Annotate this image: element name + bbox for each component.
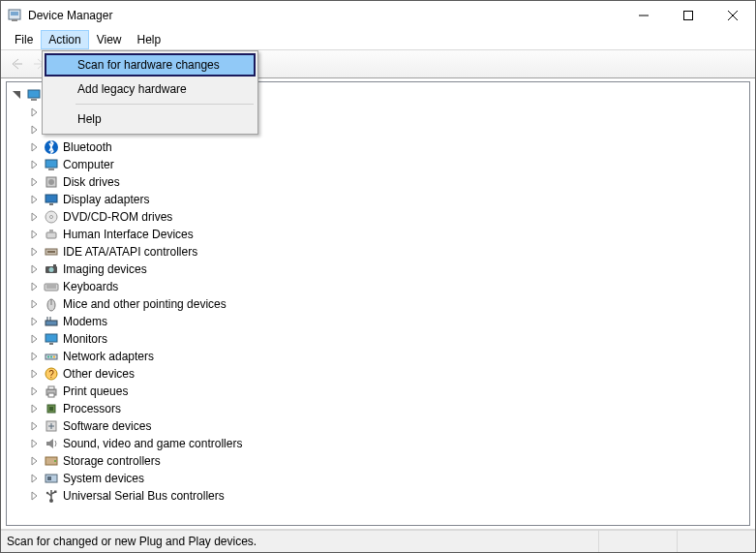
tree-node-label[interactable]: Print queues	[61, 384, 130, 398]
tree-node[interactable]: Display adapters	[9, 191, 747, 208]
tree-node-label[interactable]: Mice and other pointing devices	[61, 297, 228, 311]
tree-node-label[interactable]: Universal Serial Bus controllers	[61, 489, 227, 503]
status-text: Scan for changed or new Plug and Play de…	[7, 535, 257, 548]
tree-node[interactable]: Universal Serial Bus controllers	[9, 487, 747, 505]
tree-node-label[interactable]: Storage controllers	[61, 454, 163, 468]
tree-node-label[interactable]: Display adapters	[61, 193, 151, 206]
expander-icon[interactable]	[26, 279, 42, 294]
expander-icon[interactable]	[26, 418, 42, 434]
tree-node-label[interactable]: Sound, video and game controllers	[61, 437, 244, 450]
menu-item-help[interactable]: Help	[45, 108, 256, 131]
tree-node[interactable]: Keyboards	[9, 278, 747, 295]
tree-node-label[interactable]: Software devices	[61, 419, 153, 433]
expander-icon[interactable]	[26, 453, 42, 469]
software-icon	[44, 418, 59, 434]
tree-node-label[interactable]: Computer	[61, 158, 116, 171]
expander-icon[interactable]	[26, 471, 42, 486]
svg-rect-48	[49, 407, 53, 411]
expander-icon[interactable]	[26, 384, 42, 399]
expander-icon[interactable]	[26, 227, 42, 242]
expander-icon[interactable]	[26, 401, 42, 416]
tree-node[interactable]: Disk drives	[9, 173, 747, 191]
tree-node[interactable]: Human Interface Devices	[9, 226, 747, 243]
tree-node[interactable]: Print queues	[9, 383, 747, 400]
tree-node[interactable]: Modems	[9, 313, 747, 330]
svg-rect-37	[49, 343, 53, 345]
expander-icon[interactable]	[26, 436, 42, 451]
tree-node[interactable]: Mice and other pointing devices	[9, 295, 747, 313]
expander-icon[interactable]	[26, 174, 42, 190]
expander-icon[interactable]	[26, 192, 42, 207]
menu-view[interactable]: View	[89, 30, 130, 49]
tree-node[interactable]: Network adapters	[9, 348, 747, 365]
tree-node-label[interactable]: Monitors	[61, 332, 109, 346]
tree-node-label[interactable]: Modems	[61, 315, 109, 328]
sound-icon	[44, 436, 59, 451]
tree-node[interactable]: System devices	[9, 470, 747, 487]
svg-text:?: ?	[48, 369, 54, 380]
menu-item-add-legacy-hardware[interactable]: Add legacy hardware	[45, 77, 256, 101]
svg-point-39	[47, 356, 49, 358]
minimize-button[interactable]	[621, 1, 666, 30]
expander-icon[interactable]	[26, 244, 42, 260]
svg-rect-46	[48, 393, 54, 397]
tree-node[interactable]: Bluetooth	[9, 138, 747, 156]
tree-node[interactable]: Storage controllers	[9, 452, 747, 470]
tree-node[interactable]: Computer	[9, 156, 747, 173]
menu-action[interactable]: Action	[41, 30, 88, 49]
tree-node-label[interactable]: Bluetooth	[61, 140, 114, 154]
display-icon	[44, 192, 59, 207]
expander-icon[interactable]	[26, 105, 42, 120]
tree-node-label[interactable]: Imaging devices	[61, 262, 149, 276]
expander-icon[interactable]	[26, 488, 42, 504]
expander-icon[interactable]	[26, 349, 42, 364]
bluetooth-icon	[44, 139, 59, 155]
svg-rect-22	[49, 230, 53, 232]
expander-icon[interactable]	[26, 139, 42, 155]
expander-icon[interactable]	[26, 366, 42, 382]
close-button[interactable]	[711, 1, 755, 30]
expander-icon[interactable]	[26, 209, 42, 225]
expander-icon[interactable]	[26, 314, 42, 329]
tree-node[interactable]: Sound, video and game controllers	[9, 435, 747, 452]
tree-node[interactable]: Software devices	[9, 417, 747, 435]
back-button[interactable]	[5, 52, 28, 76]
tree-node-label[interactable]: Processors	[61, 402, 123, 415]
svg-point-26	[49, 267, 54, 272]
titlebar-left: Device Manager	[7, 8, 112, 23]
expander-icon[interactable]	[26, 122, 42, 138]
tree-node[interactable]: Imaging devices	[9, 261, 747, 278]
maximize-button[interactable]	[666, 1, 711, 30]
menu-file[interactable]: File	[7, 30, 41, 49]
device-tree: BluetoothComputerDisk drivesDisplay adap…	[7, 82, 749, 508]
tree-node-label[interactable]: DVD/CD-ROM drives	[61, 210, 174, 224]
expander-icon[interactable]	[26, 261, 42, 277]
tree-node-label[interactable]: Other devices	[61, 367, 136, 381]
svg-point-58	[46, 492, 48, 494]
tree-node-label[interactable]: Keyboards	[61, 280, 120, 293]
menu-help[interactable]: Help	[130, 30, 169, 49]
dvd-icon	[44, 209, 59, 225]
tree-node-label[interactable]: Disk drives	[61, 175, 122, 189]
tree-node-label[interactable]: System devices	[61, 472, 146, 485]
tree-node-label[interactable]: Network adapters	[61, 350, 156, 363]
tree-node[interactable]: Monitors	[9, 330, 747, 348]
expander-icon[interactable]	[26, 296, 42, 312]
expander-icon[interactable]	[26, 157, 42, 172]
tree-panel[interactable]: BluetoothComputerDisk drivesDisplay adap…	[6, 81, 750, 526]
tree-node-label[interactable]: IDE ATA/ATAPI controllers	[61, 245, 199, 259]
expander-icon[interactable]	[26, 331, 42, 347]
tree-node-label[interactable]: Human Interface Devices	[61, 228, 196, 241]
tree-node[interactable]: Processors	[9, 400, 747, 417]
mouse-icon	[44, 296, 59, 312]
expander-icon[interactable]	[9, 87, 24, 103]
svg-rect-7	[28, 90, 40, 98]
svg-rect-18	[49, 203, 53, 205]
tree-node[interactable]: IDE ATA/ATAPI controllers	[9, 243, 747, 261]
menu-item-scan-for-hardware-changes[interactable]: Scan for hardware changes	[45, 53, 256, 77]
tree-node[interactable]: ?Other devices	[9, 365, 747, 383]
svg-rect-13	[45, 160, 57, 168]
tree-node[interactable]: DVD/CD-ROM drives	[9, 208, 747, 226]
app-icon	[7, 8, 22, 23]
svg-point-40	[50, 356, 52, 358]
